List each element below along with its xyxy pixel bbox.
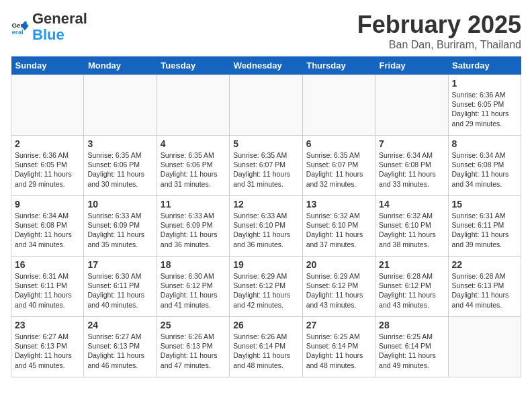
day-cell: 4Sunrise: 6:35 AM Sunset: 6:06 PM Daylig… xyxy=(157,136,229,196)
day-info: Sunrise: 6:34 AM Sunset: 6:08 PM Dayligh… xyxy=(15,211,80,249)
day-info: Sunrise: 6:33 AM Sunset: 6:10 PM Dayligh… xyxy=(233,211,298,249)
day-cell: 19Sunrise: 6:29 AM Sunset: 6:12 PM Dayli… xyxy=(230,257,302,317)
day-cell xyxy=(302,75,375,136)
day-number: 13 xyxy=(306,199,371,210)
day-cell: 16Sunrise: 6:31 AM Sunset: 6:11 PM Dayli… xyxy=(11,257,84,317)
day-info: Sunrise: 6:25 AM Sunset: 6:14 PM Dayligh… xyxy=(306,332,371,370)
day-cell xyxy=(157,75,229,136)
day-cell: 17Sunrise: 6:30 AM Sunset: 6:11 PM Dayli… xyxy=(84,257,157,317)
col-header-friday: Friday xyxy=(375,56,448,75)
day-number: 7 xyxy=(379,138,444,149)
day-info: Sunrise: 6:29 AM Sunset: 6:12 PM Dayligh… xyxy=(306,271,371,310)
day-cell: 15Sunrise: 6:31 AM Sunset: 6:11 PM Dayli… xyxy=(448,196,521,257)
col-header-tuesday: Tuesday xyxy=(157,56,229,75)
day-cell xyxy=(230,75,302,136)
day-info: Sunrise: 6:26 AM Sunset: 6:13 PM Dayligh… xyxy=(161,332,226,370)
day-info: Sunrise: 6:35 AM Sunset: 6:07 PM Dayligh… xyxy=(306,150,371,189)
day-number: 9 xyxy=(15,199,80,210)
day-number: 11 xyxy=(161,199,226,210)
day-cell: 2Sunrise: 6:36 AM Sunset: 6:05 PM Daylig… xyxy=(11,136,84,196)
day-number: 2 xyxy=(15,138,80,149)
week-row-1: 1Sunrise: 6:36 AM Sunset: 6:05 PM Daylig… xyxy=(11,75,521,136)
col-header-sunday: Sunday xyxy=(11,56,84,75)
day-cell: 27Sunrise: 6:25 AM Sunset: 6:14 PM Dayli… xyxy=(302,317,375,377)
day-info: Sunrise: 6:30 AM Sunset: 6:11 PM Dayligh… xyxy=(87,271,152,310)
day-info: Sunrise: 6:27 AM Sunset: 6:13 PM Dayligh… xyxy=(87,332,152,370)
location-title: Ban Dan, Buriram, Thailand xyxy=(357,39,521,51)
day-info: Sunrise: 6:31 AM Sunset: 6:11 PM Dayligh… xyxy=(452,211,517,249)
col-header-thursday: Thursday xyxy=(302,56,375,75)
day-cell xyxy=(84,75,157,136)
day-info: Sunrise: 6:32 AM Sunset: 6:10 PM Dayligh… xyxy=(306,211,371,249)
day-info: Sunrise: 6:36 AM Sunset: 6:05 PM Dayligh… xyxy=(452,90,517,128)
week-row-4: 16Sunrise: 6:31 AM Sunset: 6:11 PM Dayli… xyxy=(11,257,521,317)
day-cell: 7Sunrise: 6:34 AM Sunset: 6:08 PM Daylig… xyxy=(375,136,448,196)
day-cell: 8Sunrise: 6:34 AM Sunset: 6:08 PM Daylig… xyxy=(448,136,521,196)
day-info: Sunrise: 6:29 AM Sunset: 6:12 PM Dayligh… xyxy=(233,271,298,310)
logo: Gen eral GeneralBlue xyxy=(11,11,87,43)
logo-text: GeneralBlue xyxy=(32,11,87,43)
day-headers-row: SundayMondayTuesdayWednesdayThursdayFrid… xyxy=(11,56,521,75)
day-cell: 3Sunrise: 6:35 AM Sunset: 6:06 PM Daylig… xyxy=(84,136,157,196)
day-number: 4 xyxy=(161,138,226,149)
col-header-saturday: Saturday xyxy=(448,56,521,75)
day-info: Sunrise: 6:35 AM Sunset: 6:07 PM Dayligh… xyxy=(233,150,298,189)
day-info: Sunrise: 6:33 AM Sunset: 6:09 PM Dayligh… xyxy=(161,211,226,249)
day-info: Sunrise: 6:32 AM Sunset: 6:10 PM Dayligh… xyxy=(379,211,444,249)
day-cell: 12Sunrise: 6:33 AM Sunset: 6:10 PM Dayli… xyxy=(230,196,302,257)
day-cell: 11Sunrise: 6:33 AM Sunset: 6:09 PM Dayli… xyxy=(157,196,229,257)
week-row-3: 9Sunrise: 6:34 AM Sunset: 6:08 PM Daylig… xyxy=(11,196,521,257)
day-number: 5 xyxy=(233,138,298,149)
calendar-table: SundayMondayTuesdayWednesdayThursdayFrid… xyxy=(11,56,521,377)
title-section: February 2025 Ban Dan, Buriram, Thailand xyxy=(357,11,521,51)
day-info: Sunrise: 6:26 AM Sunset: 6:14 PM Dayligh… xyxy=(233,332,298,370)
day-cell xyxy=(375,75,448,136)
day-info: Sunrise: 6:35 AM Sunset: 6:06 PM Dayligh… xyxy=(161,150,226,189)
day-cell: 13Sunrise: 6:32 AM Sunset: 6:10 PM Dayli… xyxy=(302,196,375,257)
day-cell xyxy=(11,75,84,136)
day-cell: 23Sunrise: 6:27 AM Sunset: 6:13 PM Dayli… xyxy=(11,317,84,377)
day-cell: 22Sunrise: 6:28 AM Sunset: 6:13 PM Dayli… xyxy=(448,257,521,317)
day-cell: 21Sunrise: 6:28 AM Sunset: 6:12 PM Dayli… xyxy=(375,257,448,317)
day-cell: 9Sunrise: 6:34 AM Sunset: 6:08 PM Daylig… xyxy=(11,196,84,257)
svg-text:eral: eral xyxy=(11,28,24,36)
day-cell: 26Sunrise: 6:26 AM Sunset: 6:14 PM Dayli… xyxy=(230,317,302,377)
day-cell: 6Sunrise: 6:35 AM Sunset: 6:07 PM Daylig… xyxy=(302,136,375,196)
month-title: February 2025 xyxy=(357,11,521,39)
day-cell: 10Sunrise: 6:33 AM Sunset: 6:09 PM Dayli… xyxy=(84,196,157,257)
day-number: 6 xyxy=(306,138,371,149)
day-number: 17 xyxy=(87,259,152,270)
day-cell: 24Sunrise: 6:27 AM Sunset: 6:13 PM Dayli… xyxy=(84,317,157,377)
day-number: 24 xyxy=(87,320,152,330)
day-number: 14 xyxy=(379,199,444,210)
day-cell: 20Sunrise: 6:29 AM Sunset: 6:12 PM Dayli… xyxy=(302,257,375,317)
day-number: 25 xyxy=(161,320,226,330)
col-header-monday: Monday xyxy=(84,56,157,75)
day-cell: 5Sunrise: 6:35 AM Sunset: 6:07 PM Daylig… xyxy=(230,136,302,196)
day-info: Sunrise: 6:31 AM Sunset: 6:11 PM Dayligh… xyxy=(15,271,80,310)
day-cell: 25Sunrise: 6:26 AM Sunset: 6:13 PM Dayli… xyxy=(157,317,229,377)
day-info: Sunrise: 6:33 AM Sunset: 6:09 PM Dayligh… xyxy=(87,211,152,249)
day-info: Sunrise: 6:36 AM Sunset: 6:05 PM Dayligh… xyxy=(15,150,80,189)
day-info: Sunrise: 6:28 AM Sunset: 6:13 PM Dayligh… xyxy=(452,271,517,310)
col-header-wednesday: Wednesday xyxy=(230,56,302,75)
day-number: 23 xyxy=(15,320,80,330)
logo-icon: Gen eral xyxy=(11,17,30,36)
day-info: Sunrise: 6:34 AM Sunset: 6:08 PM Dayligh… xyxy=(379,150,444,189)
day-number: 18 xyxy=(161,259,226,270)
day-cell: 28Sunrise: 6:25 AM Sunset: 6:14 PM Dayli… xyxy=(375,317,448,377)
day-info: Sunrise: 6:34 AM Sunset: 6:08 PM Dayligh… xyxy=(452,150,517,189)
day-number: 21 xyxy=(379,259,444,270)
week-row-5: 23Sunrise: 6:27 AM Sunset: 6:13 PM Dayli… xyxy=(11,317,521,377)
day-cell: 14Sunrise: 6:32 AM Sunset: 6:10 PM Dayli… xyxy=(375,196,448,257)
day-number: 27 xyxy=(306,320,371,330)
day-number: 3 xyxy=(87,138,152,149)
day-number: 12 xyxy=(233,199,298,210)
day-number: 1 xyxy=(452,78,517,89)
day-number: 19 xyxy=(233,259,298,270)
day-number: 28 xyxy=(379,320,444,330)
day-number: 10 xyxy=(87,199,152,210)
day-info: Sunrise: 6:30 AM Sunset: 6:12 PM Dayligh… xyxy=(161,271,226,310)
page-header: Gen eral GeneralBlue February 2025 Ban D… xyxy=(11,11,521,51)
day-number: 22 xyxy=(452,259,517,270)
